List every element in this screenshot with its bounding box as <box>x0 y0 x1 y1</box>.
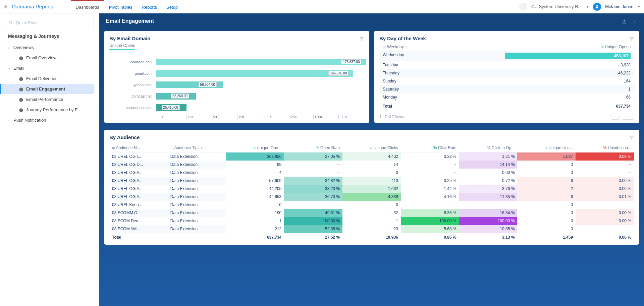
tree-group[interactable]: ⌄Email <box>5 63 94 73</box>
audience-cell: 27.05 % <box>284 152 342 161</box>
audience-column-header[interactable]: % Click to Op... <box>459 143 518 152</box>
sidebar-tree: ⌄OverviewsEmail Overview⌄EmailEmail Deli… <box>5 42 94 125</box>
audience-cell: 0 <box>226 201 284 209</box>
share-icon[interactable] <box>622 18 627 24</box>
audience-cell: 08 ECOM AM... <box>109 225 168 233</box>
table-row[interactable]: Monday66 <box>379 93 634 101</box>
table-row[interactable]: Sunday164 <box>379 77 634 85</box>
audience-column-header[interactable]: # Unique Uns... <box>517 143 576 152</box>
bar-category-label: comcast.net <box>109 94 156 98</box>
filter-icon[interactable] <box>629 134 634 140</box>
expand-horizontal-icon[interactable]: ↔ <box>611 114 620 120</box>
tree-item[interactable]: Email Deliveries <box>5 73 94 84</box>
collapse-horizontal-icon[interactable]: →← <box>622 114 634 120</box>
audience-cell: 100.00 % <box>459 217 518 225</box>
audience-cell: 0 <box>517 169 576 177</box>
column-weekday[interactable]: ⊞Weekday ↓ <box>383 45 507 49</box>
chevron-icon: › <box>7 118 11 122</box>
pagination-info: 1 - 7 of 7 items <box>379 115 404 119</box>
table-row[interactable]: 08 ECOM Dec ...Data Extension1100.00 %11… <box>109 217 634 225</box>
table-row[interactable]: Tuesday3,928 <box>379 61 634 69</box>
tree-item[interactable]: Email Performance <box>5 94 94 105</box>
audience-column-header[interactable]: % Open Rate <box>284 143 342 152</box>
filter-icon[interactable] <box>359 36 364 41</box>
audience-cell: 08 ECOMM O... <box>109 209 168 217</box>
table-row[interactable]: Thursday46,222 <box>379 69 634 77</box>
bar-row: colorado.edu 176,887.00 <box>109 56 364 68</box>
audience-cell: 100.00 % <box>401 217 459 225</box>
svg-point-5 <box>635 22 635 23</box>
audience-cell: 4 <box>226 169 284 177</box>
tree-item[interactable]: Email Engagement <box>0 84 94 94</box>
audience-cell: 0.00 % <box>576 217 634 225</box>
page-title: Email Engagement <box>106 18 616 24</box>
home-icon[interactable] <box>3 4 8 9</box>
tree-item-label: Email Deliveries <box>26 76 57 81</box>
table-row[interactable]: 08 UREL OG D...Data Extension99--14--14.… <box>109 161 634 169</box>
bar-value-label: 56,504.00 <box>199 82 217 87</box>
astro-icon[interactable] <box>519 3 527 11</box>
tree-group[interactable]: ⌄Overviews <box>5 42 94 53</box>
tree-item[interactable]: Email Overview <box>5 53 94 63</box>
tab-setup[interactable]: Setup <box>162 0 182 13</box>
table-row[interactable]: 08 UREL OG I...Data Extension363,85627.0… <box>109 152 634 161</box>
table-row[interactable]: 08 UREL OG A...Data Extension4--0--0.00 … <box>109 169 634 177</box>
audience-column-header[interactable]: % Click Rate <box>401 143 459 152</box>
table-row[interactable]: Wednesday453,107 <box>379 51 634 61</box>
weekday-cell: Thursday <box>383 71 507 75</box>
audience-column-header[interactable]: # Unique Clicks <box>342 143 401 152</box>
main-tabs: Dashboards Pivot Tables Reports Setup <box>71 0 182 13</box>
weekday-cell: Sunday <box>383 79 507 83</box>
card-title: By Audience <box>109 134 629 140</box>
table-row[interactable]: 08 ECOM AM...Data Extension21252.35 %235… <box>109 225 634 233</box>
audience-cell: Data Extension <box>168 169 226 177</box>
weekday-cell: Saturday <box>383 87 507 91</box>
quick-find-placeholder: Quick Find <box>16 20 37 25</box>
audience-cell: 1,037 <box>517 152 576 161</box>
audience-cell: -- <box>284 169 342 177</box>
kebab-menu-icon[interactable] <box>633 18 637 24</box>
tab-dashboards[interactable]: Dashboards <box>71 0 104 13</box>
audience-column-header[interactable]: ⊞ Audience N... <box>109 143 168 152</box>
audience-cell: 14.14 % <box>459 161 518 169</box>
bar-track: 176,887.00 <box>156 59 364 65</box>
number-icon: # <box>601 45 603 49</box>
filter-icon[interactable] <box>629 36 634 41</box>
table-row[interactable]: 08 UREL OG A...Data Extension44,20538.23… <box>109 185 634 193</box>
table-row[interactable]: 08 UREL OG A...Data Extension42,65336.70… <box>109 193 634 201</box>
audience-column-header[interactable]: ⊞ Audience Ty... ↓ <box>168 143 226 152</box>
audience-cell: 36.70 % <box>284 193 342 201</box>
card-subtab[interactable]: Unique Opens <box>109 43 135 50</box>
bar-fill <box>156 70 353 77</box>
tab-pivot-tables[interactable]: Pivot Tables <box>104 0 137 13</box>
audience-cell: 4,839 <box>342 193 401 201</box>
audience-column-header[interactable]: % Unsubscrib... <box>576 143 634 152</box>
audience-cell: 3.76 % <box>459 185 518 193</box>
bar-track: 56,504.00 <box>156 81 364 88</box>
bar-track: 25,413.00 <box>156 104 364 111</box>
tab-reports[interactable]: Reports <box>137 0 162 13</box>
top-navigation: Datorama Reports Dashboards Pivot Tables… <box>0 0 644 13</box>
tree-item[interactable]: Journey Performance by E... <box>5 105 94 115</box>
org-selector[interactable]: CU System University R... <box>531 4 582 9</box>
audience-cell: 42,653 <box>226 193 284 201</box>
table-row[interactable]: 08 ECOMM O...Data Extension19049.61 %328… <box>109 209 634 217</box>
table-row[interactable]: 08 UREL OG A...Data Extension57,60934.82… <box>109 177 634 185</box>
bar-category-label: gmail.com <box>109 71 156 75</box>
audience-cell: 0 <box>342 201 401 209</box>
audience-cell: 4,402 <box>342 152 401 161</box>
audience-column-header[interactable]: # Unique Ope... <box>226 143 284 152</box>
column-unique-opens[interactable]: # Unique Opens <box>507 45 631 49</box>
quick-find-input[interactable]: Quick Find <box>5 17 94 28</box>
tree-group[interactable]: ›Push Notification <box>5 115 94 125</box>
audience-total-row: Total637,73427.52 %19,9360.86 %3.13 %1,4… <box>109 233 634 242</box>
chevron-down-icon[interactable]: ▼ <box>586 5 589 8</box>
bar-value-label: 25,413.00 <box>162 105 180 110</box>
chevron-down-icon[interactable]: ▼ <box>637 5 641 8</box>
user-avatar[interactable] <box>593 3 601 11</box>
audience-cell: 0.72 % <box>459 177 518 185</box>
bar-track: 166,076.00 <box>156 70 364 77</box>
table-row[interactable]: Saturday1 <box>379 85 634 93</box>
table-row[interactable]: 08 UREL Kenn...Data Extension0--0----0-- <box>109 201 634 209</box>
user-name[interactable]: Melanie Jones <box>605 4 633 9</box>
